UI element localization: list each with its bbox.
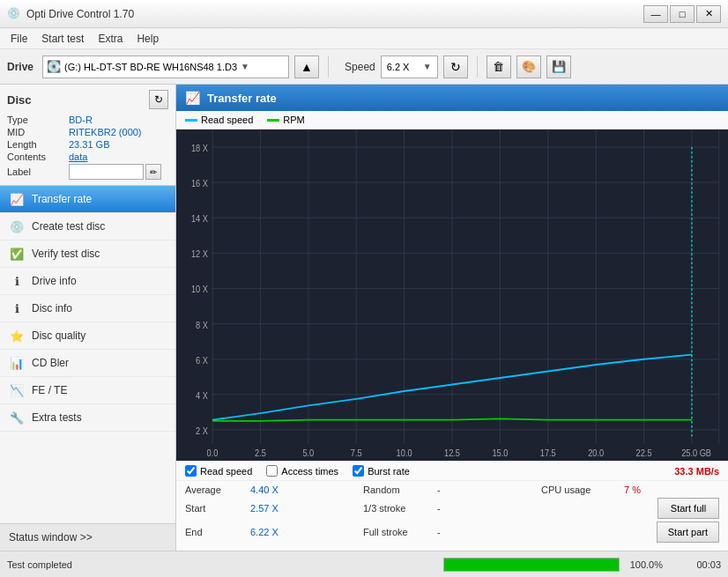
separator <box>328 56 329 78</box>
disc-mid-label: MID <box>7 127 69 137</box>
random-value: - <box>437 485 464 495</box>
chart-area: 18 X 16 X 14 X 12 X 10 X 8 X 6 X 4 X 2 X… <box>176 129 728 461</box>
svg-text:20.0: 20.0 <box>588 448 604 458</box>
menu-start-test[interactable]: Start test <box>34 31 91 47</box>
chart-header-icon: 📈 <box>185 91 200 105</box>
legend-rpm: RPM <box>267 115 304 125</box>
svg-text:15.0: 15.0 <box>492 448 508 458</box>
sidebar-item-label-fe-te: FE / TE <box>32 384 67 396</box>
eject-button[interactable]: ▲ <box>294 55 319 78</box>
disc-contents-value[interactable]: data <box>69 152 87 162</box>
svg-text:6 X: 6 X <box>196 355 208 366</box>
sidebar-item-transfer-rate[interactable]: 📈 Transfer rate <box>0 186 175 213</box>
svg-text:10.0: 10.0 <box>397 448 412 458</box>
sidebar-item-create-test-disc[interactable]: 💿 Create test disc <box>0 213 175 240</box>
sidebar-item-label-verify: Verify test disc <box>32 248 100 260</box>
chart-header: 📈 Transfer rate <box>176 85 728 111</box>
content-area: 📈 Transfer rate Read speed RPM <box>176 85 728 551</box>
sidebar-item-extra-tests[interactable]: 🔧 Extra tests <box>0 404 175 432</box>
sidebar-item-label-disc-quality: Disc quality <box>32 329 85 342</box>
burst-rate-check-label: Burst rate <box>368 466 410 477</box>
drive-label: Drive <box>7 61 33 73</box>
minimize-button[interactable]: — <box>643 5 668 23</box>
start-full-button[interactable]: Start full <box>657 498 719 519</box>
save-button[interactable]: 💾 <box>546 55 571 78</box>
status-bar: Test completed 100.0% 00:03 <box>0 551 728 577</box>
sidebar-item-verify-test-disc[interactable]: ✅ Verify test disc <box>0 240 175 268</box>
stroke-label: 1/3 stroke <box>363 503 434 514</box>
end-label: End <box>185 527 247 537</box>
cpu-usage-value: 7 % <box>624 485 641 495</box>
speed-selector[interactable]: 6.2 X ▼ <box>381 55 438 78</box>
color-button[interactable]: 🎨 <box>516 55 541 78</box>
sidebar-item-label-extra-tests: Extra tests <box>32 411 82 424</box>
stroke-value: - <box>437 503 464 514</box>
disc-length-label: Length <box>7 139 69 150</box>
sidebar-item-disc-info[interactable]: ℹ Disc info <box>0 295 175 322</box>
burst-rate-value: 33.3 MB/s <box>674 466 719 477</box>
svg-text:17.5: 17.5 <box>540 448 556 458</box>
svg-text:14 X: 14 X <box>191 213 208 224</box>
menu-help[interactable]: Help <box>130 31 166 47</box>
stats-row-1: Average 4.40 X Random - CPU usage 7 % <box>185 485 719 495</box>
svg-text:8 X: 8 X <box>196 320 208 330</box>
sidebar-item-label-drive-info: Drive info <box>32 275 77 287</box>
status-time: 00:03 <box>677 559 721 570</box>
fe-te-icon: 📉 <box>9 382 25 398</box>
menu-extra[interactable]: Extra <box>91 31 130 47</box>
maximize-button[interactable]: □ <box>670 5 695 23</box>
disc-label-edit-button[interactable]: ✏ <box>145 164 161 180</box>
svg-text:2 X: 2 X <box>196 425 208 436</box>
access-times-checkbox-label[interactable]: Access times <box>266 465 338 477</box>
start-part-button[interactable]: Start part <box>657 522 719 543</box>
speed-refresh-button[interactable]: ↻ <box>443 55 468 78</box>
disc-header: Disc ↻ <box>7 90 168 109</box>
disc-mid-row: MID RITEKBR2 (000) <box>7 127 168 137</box>
drive-info-icon: ℹ <box>9 273 25 289</box>
window-controls: — □ ✕ <box>643 5 721 23</box>
random-stat: Random - <box>363 485 541 495</box>
clear-button[interactable]: 🗑 <box>487 55 511 78</box>
main-layout: Disc ↻ Type BD-R MID RITEKBR2 (000) Leng… <box>0 85 728 551</box>
read-speed-checkbox[interactable] <box>185 465 197 477</box>
progress-bar-fill <box>444 559 619 571</box>
svg-text:2.5: 2.5 <box>255 448 266 458</box>
disc-label-input[interactable] <box>69 164 144 180</box>
sidebar-item-disc-quality[interactable]: ⭐ Disc quality <box>0 322 175 350</box>
extra-tests-icon: 🔧 <box>9 410 25 425</box>
disc-contents-row: Contents data <box>7 152 168 162</box>
burst-rate-checkbox[interactable] <box>353 465 364 477</box>
cd-bler-icon: 📊 <box>9 355 25 371</box>
title-bar: 💿 Opti Drive Control 1.70 — □ ✕ <box>0 0 728 28</box>
svg-text:7.5: 7.5 <box>351 448 362 458</box>
end-value: 6.22 X <box>250 527 303 537</box>
burst-rate-checkbox-label[interactable]: Burst rate <box>353 465 410 477</box>
disc-info-icon: ℹ <box>9 300 25 316</box>
toolbar: Drive 💽 (G:) HL-DT-ST BD-RE WH16NS48 1.D… <box>0 49 728 85</box>
svg-text:4 X: 4 X <box>196 390 208 401</box>
burst-rate-display: 33.3 MB/s <box>674 466 719 477</box>
drive-selector[interactable]: 💽 (G:) HL-DT-ST BD-RE WH16NS48 1.D3 ▼ <box>42 55 289 78</box>
speed-label: Speed <box>345 61 375 73</box>
sidebar-item-cd-bler[interactable]: 📊 CD Bler <box>0 350 175 377</box>
disc-refresh-button[interactable]: ↻ <box>149 90 168 109</box>
menu-bar: File Start test Extra Help <box>0 28 728 49</box>
app-title: Opti Drive Control 1.70 <box>26 8 643 20</box>
legend-read-speed: Read speed <box>185 115 253 125</box>
read-speed-check-label: Read speed <box>200 466 252 477</box>
full-stroke-label: Full stroke <box>363 527 434 537</box>
sidebar: Disc ↻ Type BD-R MID RITEKBR2 (000) Leng… <box>0 85 176 551</box>
close-button[interactable]: ✕ <box>696 5 721 23</box>
chart-svg: 18 X 16 X 14 X 12 X 10 X 8 X 6 X 4 X 2 X… <box>176 129 728 461</box>
access-times-checkbox[interactable] <box>266 465 278 477</box>
disc-type-value: BD-R <box>69 115 93 125</box>
svg-text:12 X: 12 X <box>191 249 208 260</box>
disc-label-key: Label <box>7 166 69 177</box>
read-speed-checkbox-label[interactable]: Read speed <box>185 465 252 477</box>
menu-file[interactable]: File <box>4 31 34 47</box>
legend-read-speed-color <box>185 119 197 122</box>
sidebar-item-drive-info[interactable]: ℹ Drive info <box>0 268 175 295</box>
status-window-button[interactable]: Status window >> <box>0 523 175 551</box>
legend-rpm-color <box>267 119 279 122</box>
sidebar-item-fe-te[interactable]: 📉 FE / TE <box>0 377 175 404</box>
